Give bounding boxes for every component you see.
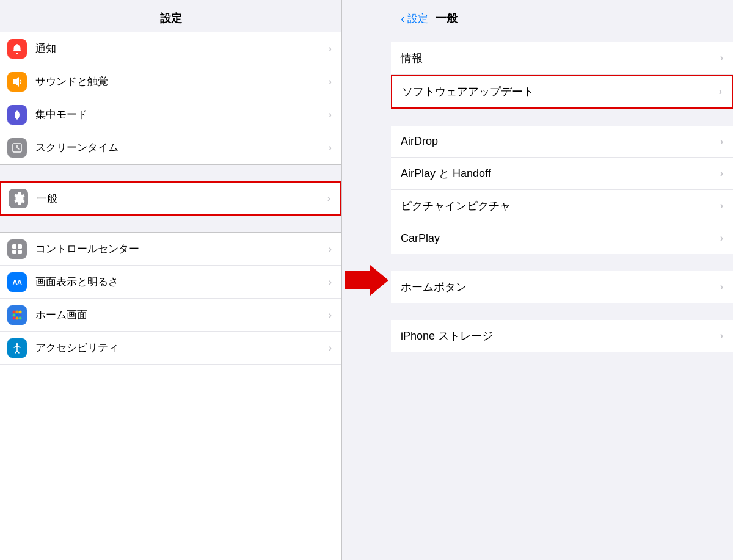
home-screen-chevron: › [329, 310, 332, 321]
screen-time-label: スクリーンタイム [35, 140, 329, 155]
screen-time-icon [7, 138, 27, 158]
svg-point-9 [13, 313, 16, 316]
svg-point-14 [19, 316, 22, 319]
right-section-2: AirDrop › AirPlay と Handoff › ピクチャインピクチャ… [391, 126, 733, 254]
svg-point-15 [16, 343, 18, 346]
pip-label: ピクチャインピクチャ [401, 198, 720, 213]
carplay-label: CarPlay [401, 232, 720, 245]
focus-chevron: › [329, 109, 332, 120]
right-item-pip[interactable]: ピクチャインピクチャ › [391, 190, 733, 222]
notifications-icon [7, 39, 27, 59]
settings-item-notifications[interactable]: 通知 › [0, 32, 341, 65]
right-item-home-button[interactable]: ホームボタン › [391, 271, 733, 303]
home-button-label: ホームボタン [401, 280, 720, 294]
accessibility-label: アクセシビリティ [35, 341, 329, 355]
settings-section-3: コントロールセンター › AA 画面表示と明るさ › [0, 233, 341, 365]
right-item-carplay[interactable]: CarPlay › [391, 222, 733, 254]
display-chevron: › [329, 277, 332, 288]
pip-chevron: › [720, 200, 723, 211]
svg-marker-16 [345, 265, 388, 296]
svg-rect-5 [18, 250, 22, 254]
general-icon [9, 189, 28, 208]
right-settings-panel: ‹ 設定 一般 情報 › ソフトウェアアップデート › AirDrop › [391, 0, 733, 560]
right-item-airdrop[interactable]: AirDrop › [391, 126, 733, 158]
home-button-chevron: › [720, 282, 723, 293]
general-settings-list: 情報 › ソフトウェアアップデート › AirDrop › AirPlay と … [391, 32, 733, 560]
focus-label: 集中モード [35, 107, 329, 122]
software-update-label: ソフトウェアアップデート [402, 84, 719, 99]
left-panel-title: 設定 [0, 0, 341, 32]
right-separator-3 [391, 303, 733, 320]
control-center-icon [7, 239, 27, 259]
settings-item-sounds[interactable]: サウンドと触覚 › [0, 65, 341, 98]
sounds-icon [7, 72, 27, 92]
section-separator-1 [0, 164, 341, 181]
control-center-label: コントロールセンター [35, 242, 329, 256]
right-panel-header: ‹ 設定 一般 [391, 0, 733, 32]
section-separator-2 [0, 216, 341, 233]
right-item-software-update[interactable]: ソフトウェアアップデート › [391, 75, 733, 109]
accessibility-icon [7, 338, 27, 358]
settings-list: 通知 › サウンドと触覚 › 集中モード [0, 32, 341, 560]
right-section-3: ホームボタン › [391, 271, 733, 303]
svg-point-13 [16, 316, 19, 319]
back-chevron-icon: ‹ [401, 12, 405, 26]
airplay-handoff-label: AirPlay と Handoff [401, 166, 720, 181]
carplay-chevron: › [720, 233, 723, 244]
right-item-iphone-storage[interactable]: iPhone ストレージ › [391, 320, 733, 352]
svg-point-11 [19, 313, 22, 316]
svg-point-12 [13, 316, 16, 319]
iphone-storage-label: iPhone ストレージ [401, 329, 720, 343]
back-label: 設定 [407, 12, 428, 26]
svg-rect-4 [12, 250, 16, 254]
settings-item-general[interactable]: 一般 › [0, 181, 341, 216]
about-label: 情報 [401, 51, 720, 65]
svg-point-10 [16, 313, 19, 316]
control-center-chevron: › [329, 244, 332, 255]
notifications-chevron: › [329, 43, 332, 54]
right-separator-1 [391, 109, 733, 126]
right-item-about[interactable]: 情報 › [391, 42, 733, 75]
general-label: 一般 [37, 192, 327, 206]
back-button[interactable]: ‹ 設定 [401, 12, 428, 26]
right-panel-title: 一般 [436, 11, 458, 26]
settings-item-display[interactable]: AA 画面表示と明るさ › [0, 266, 341, 299]
right-section-4: iPhone ストレージ › [391, 320, 733, 352]
right-item-airplay-handoff[interactable]: AirPlay と Handoff › [391, 158, 733, 190]
settings-item-home-screen[interactable]: ホーム画面 › [0, 299, 341, 332]
right-separator-2 [391, 254, 733, 271]
accessibility-chevron: › [329, 343, 332, 354]
svg-rect-3 [18, 244, 22, 249]
software-update-chevron: › [719, 86, 722, 97]
sounds-label: サウンドと触覚 [35, 75, 329, 89]
general-chevron: › [327, 193, 330, 204]
settings-section-2: 一般 › [0, 181, 341, 216]
screen-time-chevron: › [329, 142, 332, 153]
svg-point-7 [16, 310, 19, 313]
navigation-arrow [345, 262, 388, 299]
focus-icon [7, 105, 27, 125]
svg-point-8 [19, 310, 22, 313]
settings-section-1: 通知 › サウンドと触覚 › 集中モード [0, 32, 341, 164]
settings-item-control-center[interactable]: コントロールセンター › [0, 233, 341, 266]
svg-rect-2 [12, 244, 16, 249]
settings-item-accessibility[interactable]: アクセシビリティ › [0, 332, 341, 365]
svg-marker-0 [13, 77, 19, 87]
about-chevron: › [720, 53, 723, 64]
right-section-1: 情報 › ソフトウェアアップデート › [391, 42, 733, 109]
home-screen-icon [7, 305, 27, 325]
arrow-container [342, 0, 391, 560]
sounds-chevron: › [329, 76, 332, 87]
svg-point-6 [13, 310, 16, 313]
airplay-handoff-chevron: › [720, 168, 723, 179]
iphone-storage-chevron: › [720, 330, 723, 341]
airdrop-label: AirDrop [401, 135, 720, 148]
notifications-label: 通知 [35, 42, 329, 56]
display-icon: AA [7, 272, 27, 292]
home-screen-label: ホーム画面 [35, 308, 329, 322]
left-settings-panel: 設定 通知 › サウンドと触覚 [0, 0, 342, 560]
display-label: 画面表示と明るさ [35, 275, 329, 289]
settings-item-focus[interactable]: 集中モード › [0, 98, 341, 131]
airdrop-chevron: › [720, 136, 723, 147]
settings-item-screen-time[interactable]: スクリーンタイム › [0, 131, 341, 164]
